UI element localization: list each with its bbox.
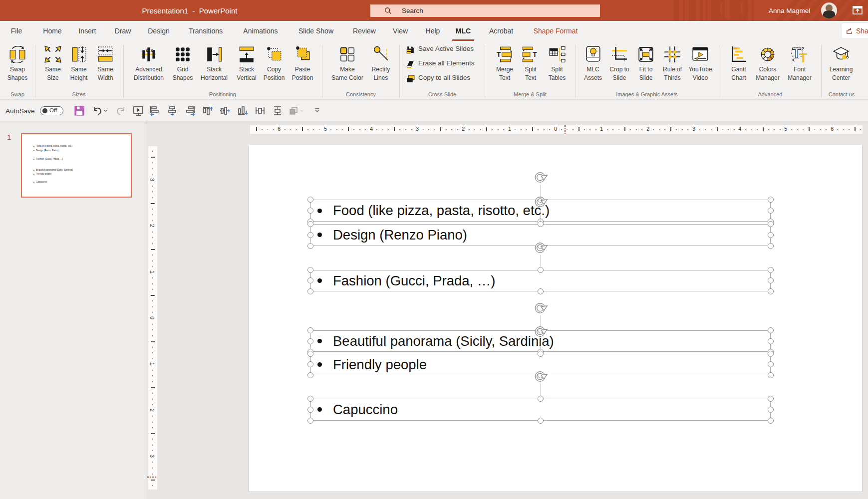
svg-text:T: T	[533, 50, 537, 58]
svg-text:x: x	[146, 48, 148, 53]
svg-text:T: T	[497, 50, 501, 58]
svg-text:x: x	[151, 48, 153, 53]
svg-text:T: T	[799, 50, 807, 63]
